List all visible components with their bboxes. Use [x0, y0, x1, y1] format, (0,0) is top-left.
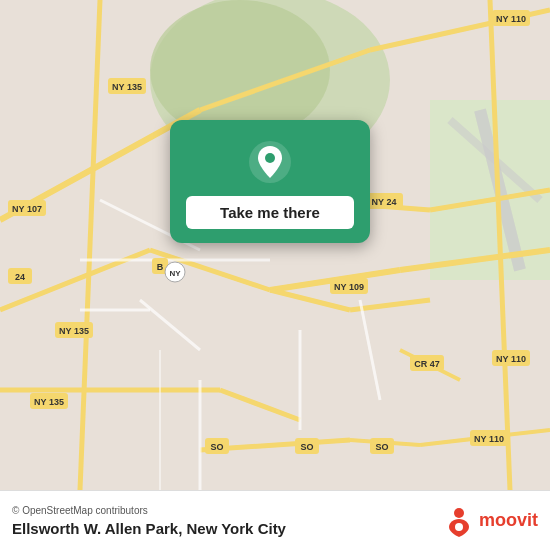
location-name: Ellsworth W. Allen Park, New York City	[12, 520, 286, 537]
svg-text:NY 110: NY 110	[474, 434, 504, 444]
svg-text:24: 24	[15, 272, 25, 282]
svg-text:NY 24: NY 24	[372, 197, 397, 207]
svg-text:CR 47: CR 47	[414, 359, 440, 369]
osm-credit: © OpenStreetMap contributors	[12, 505, 286, 516]
svg-text:NY 135: NY 135	[112, 82, 142, 92]
svg-text:B: B	[157, 262, 164, 272]
take-me-there-button[interactable]: Take me there	[186, 196, 354, 229]
svg-text:NY: NY	[169, 269, 181, 278]
svg-text:SO: SO	[210, 442, 223, 452]
svg-point-2	[150, 0, 330, 140]
popup-card: Take me there	[170, 120, 370, 243]
svg-text:NY 107: NY 107	[12, 204, 42, 214]
location-pin-icon	[248, 140, 292, 184]
svg-text:SO: SO	[375, 442, 388, 452]
svg-text:NY 135: NY 135	[34, 397, 64, 407]
moovit-logo: moovit	[443, 505, 538, 537]
svg-point-67	[454, 508, 464, 518]
moovit-text: moovit	[479, 510, 538, 531]
svg-text:NY 109: NY 109	[334, 282, 364, 292]
bottom-bar: © OpenStreetMap contributors Ellsworth W…	[0, 490, 550, 550]
svg-point-66	[265, 153, 275, 163]
moovit-icon	[443, 505, 475, 537]
svg-text:NY 135: NY 135	[59, 326, 89, 336]
bottom-left-info: © OpenStreetMap contributors Ellsworth W…	[12, 505, 286, 537]
svg-text:SO: SO	[300, 442, 313, 452]
map-container: NY 107 NY 135 NY 135 NY 135 NY 110 NY 11…	[0, 0, 550, 490]
svg-text:NY 110: NY 110	[496, 354, 526, 364]
svg-text:NY 110: NY 110	[496, 14, 526, 24]
svg-point-68	[455, 523, 463, 531]
